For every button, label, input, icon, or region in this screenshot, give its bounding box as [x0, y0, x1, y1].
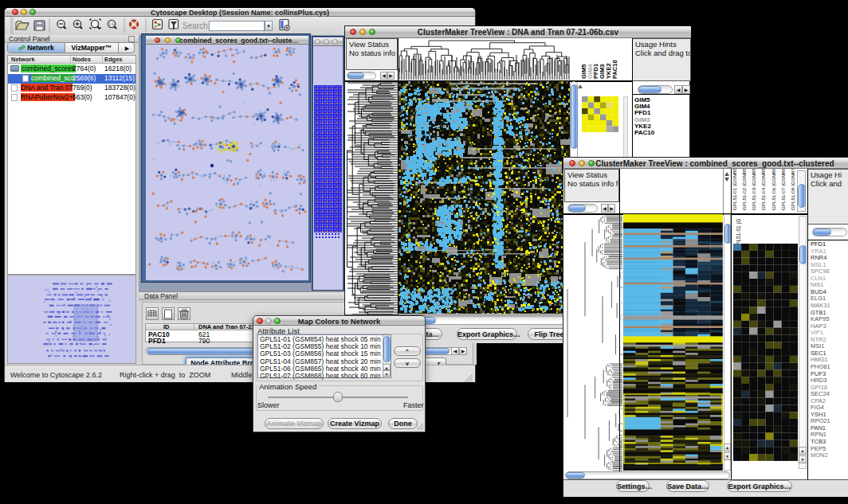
- svg-text:1:1: 1:1: [109, 22, 115, 26]
- svg-text:PAC10: PAC10: [611, 60, 618, 79]
- svg-text:GPL51-04 (GSM857): GPL51-04 (GSM857): [760, 169, 766, 210]
- svg-text:GPL51-07 (GSM868): GPL51-07 (GSM868): [780, 169, 786, 210]
- svg-text:GPL51-01 (GSM854): GPL51-01 (GSM854): [732, 169, 737, 210]
- svg-text:GPL51-06 (GSM865): GPL51-06 (GSM865): [771, 169, 776, 210]
- svg-text:GPL51-08 (GSM872): GPL51-08 (GSM872): [790, 169, 795, 210]
- svg-text:GPL51-02 (GSM855): GPL51-02 (GSM855): [741, 169, 747, 210]
- svg-text:GPL51-03 (GSM856): GPL51-03 (GSM856): [751, 169, 756, 210]
